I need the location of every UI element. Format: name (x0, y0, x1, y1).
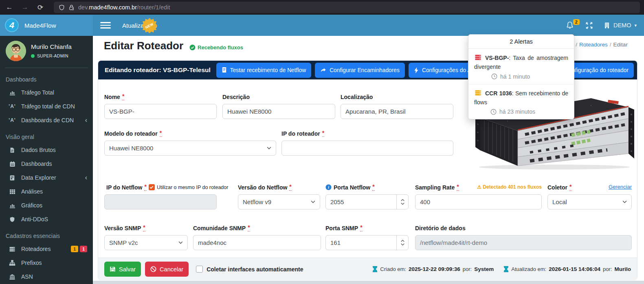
bell-icon (566, 21, 574, 29)
back-icon[interactable]: ← (3, 2, 15, 13)
same-ip-checkbox[interactable] (149, 184, 155, 190)
field-label: IP do roteador (281, 130, 320, 137)
number-spinner[interactable] (396, 236, 408, 250)
netflow-version-select[interactable]: Netflow v9 (238, 194, 320, 209)
manage-collectors-link[interactable]: Gerenciar (609, 184, 632, 190)
checkbox-unchecked[interactable] (196, 266, 203, 273)
sidebar-toggle-icon[interactable] (100, 20, 111, 30)
online-status-dot (31, 54, 35, 58)
sidebar-section-cadastros: Cadastros essenciais (0, 226, 93, 242)
snmp-version-select[interactable]: SNMP v2c (104, 235, 188, 250)
cancel-button[interactable]: Cancelar (145, 262, 189, 277)
cdn-icon: 'A' (9, 117, 16, 123)
page-title: Editar Roteador (104, 40, 183, 52)
sidebar-item-trafego-cdn[interactable]: 'A' Tráfego total de CDN (0, 99, 93, 113)
user-panel: Murilo Chianfa SUPER-ADMIN (0, 36, 93, 67)
field-label: Diretório de dados (415, 225, 466, 231)
card-footer: Salvar Cancelar Coletar interfaces autom… (98, 258, 637, 280)
save-button[interactable]: Salvar (104, 262, 141, 277)
chevron-down-icon (401, 243, 404, 246)
chevron-left-icon: ‹ (85, 174, 87, 181)
collect-interfaces-checkbox[interactable]: Coletar interfaces automaticamente (196, 266, 303, 273)
sidebar-item-dashboards-cdn[interactable]: 'A' Dashboards de CDN ‹ (0, 113, 93, 127)
file-invoice-icon (9, 175, 16, 181)
field-label: Versão do Netflow (238, 184, 287, 191)
divider (5, 68, 88, 68)
sidebar-item-label: Anti-DDoS (21, 216, 48, 222)
reload-icon[interactable]: ⟳ (34, 2, 46, 13)
org-selector[interactable]: DEMO ▾ (604, 22, 637, 29)
name-input[interactable] (104, 104, 217, 119)
router-ip-input[interactable] (281, 141, 453, 156)
sidebar-item-label: Tráfego total de CDN (21, 103, 75, 110)
ban-icon (150, 266, 156, 272)
router-model-select[interactable]: Huawei NE8000 (104, 141, 276, 156)
url-text: dev.made4flow.com.br/router/1/edit (78, 4, 170, 11)
snmp-community-input[interactable] (193, 235, 321, 250)
org-name: DEMO (613, 22, 631, 29)
configure-forwarders-button[interactable]: Configurar Encaminhadores (315, 63, 405, 78)
brand-logo[interactable]: 4 Made4Flow (0, 15, 93, 36)
shield-permissions-icon (59, 4, 65, 11)
sidebar: Murilo Chianfa SUPER-ADMIN Dashboards Tr… (0, 36, 93, 284)
sidebar-item-label: Dashboards de CDN (21, 117, 74, 123)
share-arrow-icon (320, 67, 326, 73)
fullscreen-icon[interactable] (585, 22, 593, 29)
alert-count-badge: 2 (573, 19, 580, 25)
sitemap-icon (9, 260, 16, 266)
sidebar-item-asn[interactable]: ASN (0, 270, 93, 284)
sidebar-item-data-explorer[interactable]: Data Explorer ‹ (0, 171, 93, 185)
sidebar-item-label: Gráficos (21, 202, 42, 209)
sidebar-item-analises[interactable]: Análises (0, 185, 93, 198)
hourglass-icon (503, 266, 509, 272)
sidebar-item-label: Dashboards (21, 161, 52, 167)
field-label: IP do Netflow (106, 184, 142, 191)
lock-insecure-icon (68, 4, 75, 11)
field-label: Comunidade SNMP (193, 225, 246, 231)
same-ip-checkbox-label: Utilizar o mesmo IP do roteador (157, 185, 229, 190)
field-label: Nome (104, 94, 120, 100)
field-label: Descrição (222, 94, 250, 100)
test-netflow-button[interactable]: Testar recebimento de Netflow (216, 63, 311, 78)
user-role: SUPER-ADMIN (37, 53, 68, 58)
sidebar-item-label: Prefixos (21, 260, 42, 266)
info-icon[interactable]: i (325, 184, 332, 190)
file-icon (9, 147, 16, 153)
number-spinner[interactable] (396, 195, 408, 209)
clock-icon (490, 109, 497, 115)
forward-icon[interactable]: → (19, 2, 31, 13)
url-bar[interactable]: dev.made4flow.com.br/router/1/edit (54, 2, 640, 13)
sidebar-item-graficos[interactable]: Gráficos (0, 198, 93, 212)
calendar-icon (9, 161, 16, 167)
sidebar-item-prefixos[interactable]: Prefixos (0, 256, 93, 270)
sidebar-item-roteadores[interactable]: Roteadores 1 1 (0, 242, 93, 256)
field-label: Coletor (547, 184, 567, 191)
sidebar-item-label: Tráfego Total (21, 89, 54, 96)
breadcrumb-roteadores[interactable]: Roteadores (579, 42, 608, 48)
created-at: Criado em: 2025-12-22 09:09:36 por: Syst… (372, 266, 494, 272)
sidebar-item-dashboards[interactable]: Dashboards (0, 157, 93, 171)
chevron-down-icon (622, 200, 627, 203)
chevron-down-icon: ▾ (634, 23, 637, 28)
sidebar-item-anti-ddos[interactable]: Anti-DDoS (0, 212, 93, 226)
location-input[interactable] (341, 104, 453, 119)
sidebar-item-trafego-total[interactable]: Tráfego Total (0, 86, 93, 99)
notifications-button[interactable]: 2 (566, 21, 575, 30)
sidebar-item-dados-brutos[interactable]: Dados Brutos (0, 143, 93, 157)
collector-select[interactable]: Local (547, 194, 632, 209)
user-name: Murilo Chianfa (31, 43, 72, 51)
server-icon (9, 246, 16, 252)
app-header: 4 Made4Flow Atualizações NEW 2 DEMO ▾ (0, 15, 644, 36)
alert-item-no-flows[interactable]: CCR 1036: Sem recebimento de flows há 23… (468, 84, 574, 119)
alert-item-sampling[interactable]: VS-BGP-: Taxa de amostragem divergente h… (468, 49, 574, 84)
field-label: Porta Netflow (334, 184, 370, 191)
sampling-rate-input[interactable] (415, 194, 542, 209)
status-badge: Recebendo fluxos (189, 44, 243, 51)
app-window: ← → ⟳ dev.made4flow.com.br/router/1/edit… (0, 0, 644, 284)
description-input[interactable] (222, 104, 335, 119)
updated-at: Atualizado em: 2026-01-15 14:06:04 por: … (503, 266, 631, 272)
bank-icon (9, 274, 16, 280)
server-alert-icon (474, 54, 482, 63)
checkbox-label: Coletar interfaces automaticamente (207, 266, 303, 273)
svg-text:i: i (328, 185, 329, 189)
